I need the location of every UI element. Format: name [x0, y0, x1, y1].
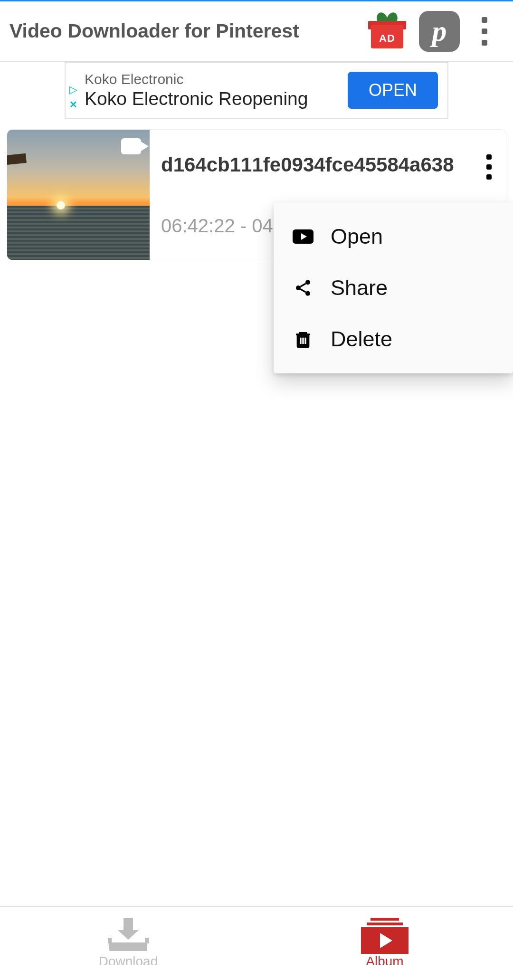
- video-filename: d164cb111fe0934fce45584a638: [161, 153, 494, 176]
- share-icon: [293, 277, 314, 298]
- ad-headline: Koko Electronic Reopening: [85, 88, 348, 109]
- album-icon: [361, 918, 408, 951]
- ad-banner[interactable]: ▷ ✕ Koko Electronic Koko Electronic Reop…: [65, 62, 448, 119]
- video-icon: [121, 138, 141, 154]
- ad-open-button[interactable]: OPEN: [348, 72, 438, 109]
- ad-advertiser: Koko Electronic: [85, 71, 348, 87]
- menu-open-label: Open: [331, 224, 383, 249]
- ad-label: AD: [368, 32, 406, 45]
- menu-open[interactable]: Open: [274, 211, 513, 262]
- menu-share[interactable]: Share: [274, 262, 513, 314]
- trash-icon: [293, 329, 314, 350]
- item-overflow-button[interactable]: [486, 154, 492, 180]
- ad-gift-button[interactable]: AD: [366, 10, 408, 53]
- gift-icon: AD: [368, 12, 406, 50]
- overflow-menu-button[interactable]: [470, 10, 499, 53]
- menu-delete-label: Delete: [331, 327, 392, 352]
- svg-point-2: [305, 291, 310, 296]
- play-icon: [293, 226, 314, 247]
- close-icon: ✕: [69, 99, 77, 110]
- video-thumbnail: [7, 130, 150, 260]
- pinterest-button[interactable]: p: [418, 10, 461, 53]
- svg-point-1: [296, 285, 301, 290]
- app-header: Video Downloader for Pinterest AD p: [0, 0, 513, 62]
- context-menu: Open Share Delete: [274, 202, 513, 373]
- kebab-icon: [482, 17, 487, 23]
- menu-delete[interactable]: Delete: [274, 314, 513, 365]
- adchoices-close[interactable]: ▷ ✕: [69, 84, 77, 110]
- kebab-icon: [486, 154, 492, 160]
- download-icon: [109, 918, 147, 951]
- adchoices-icon: ▷: [69, 84, 77, 96]
- svg-point-0: [305, 280, 310, 285]
- app-title: Video Downloader for Pinterest: [10, 20, 361, 42]
- menu-share-label: Share: [331, 276, 388, 300]
- pinterest-icon: p: [419, 11, 460, 52]
